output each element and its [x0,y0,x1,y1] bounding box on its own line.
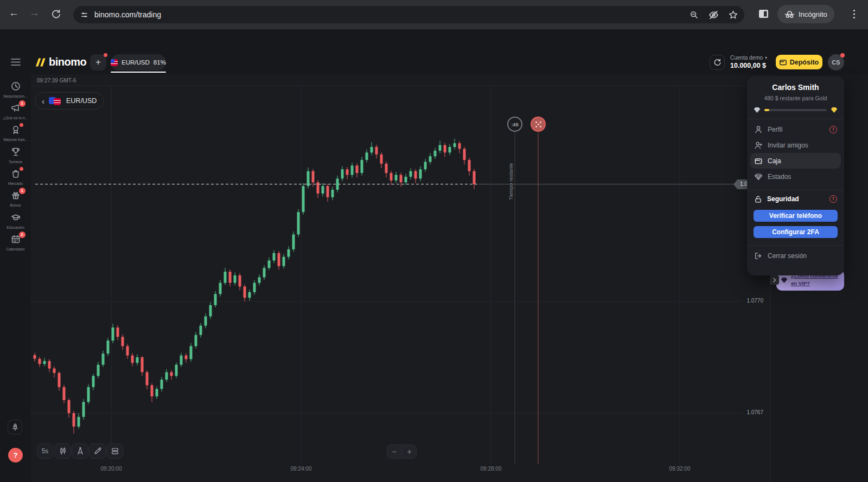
browser-toolbar: ← → binomo.com/trading Incógnito [0,0,868,29]
asset-payout: 81% [154,59,166,66]
menu-item-label: Estados [768,173,791,181]
back-button[interactable]: ← [9,7,19,19]
sidebar-item-mercado[interactable]: Mercado [0,169,31,185]
menu-item-perfil[interactable]: Perfil ! [747,121,844,137]
badge-dot [20,167,23,171]
asset-pair: EUR/USD [122,59,150,66]
badge: 1 [19,188,25,194]
progress-bar [764,109,827,111]
timeframe-value: 5s [42,447,49,455]
sidebar-item-label: Mercado [2,182,30,185]
eurusd-flag-icon [49,97,62,105]
vip-banner-line2: en VIP? [791,280,838,287]
forward-button[interactable]: → [29,7,40,19]
candlestick-chart [31,74,771,482]
menu-item-estados[interactable]: Estados [747,169,844,184]
time-remaining-label: Tiempo restante [508,135,515,200]
browser-menu-icon[interactable] [853,9,856,19]
person-plus-icon [754,141,763,150]
gold-progress-text: 480 $ restante para Gold [747,95,844,101]
logout-icon [754,252,763,260]
time-remaining-value: :49 [511,121,518,127]
split-view-icon[interactable] [758,9,769,19]
account-switch-button[interactable] [710,55,725,70]
logout-button[interactable]: Cerrar sesión [747,248,844,264]
sidebar-item-mejores-traders[interactable]: Mejores trad... [0,125,31,142]
main-menu-icon[interactable] [11,58,21,66]
account-type-label: Cuenta demo [730,55,763,61]
trophy-icon [11,147,21,157]
gem-icon [754,172,763,181]
x-axis-label: 09:24:00 [285,466,317,472]
sidebar-item-bonos[interactable]: 1 Bonos [0,190,31,207]
timeframe-button[interactable]: 5s [37,444,53,459]
sidebar-item-calendario[interactable]: 2 Calendario [0,234,31,251]
user-menu-panel: Carlos Smith 480 $ restante para Gold Pe… [747,76,844,275]
security-header: Seguridad ! [747,192,844,205]
silver-gem-icon [754,107,761,113]
sidebar-item-label: Educación [2,226,30,229]
add-asset-button[interactable]: + [90,54,106,70]
account-selector[interactable]: Cuenta demo▾ 10.000,00 $ [730,55,774,69]
deposit-button[interactable]: Depósito [776,55,822,69]
indicators-button[interactable] [72,444,88,459]
warning-icon: ! [829,195,837,203]
graduation-cap-icon [11,213,21,222]
security-label: Seguridad [767,195,825,203]
brand-logo[interactable]: binomo [35,56,86,68]
eye-hidden-icon[interactable] [709,10,719,20]
brand-name: binomo [49,56,86,68]
multichart-button[interactable] [106,444,123,459]
sidebar-item-negociacion[interactable]: Negociacion... [0,81,31,98]
vip-banner-collapse-arrow[interactable] [770,275,779,285]
sidebar-item-label: ¿Qué es lo n... [2,116,30,120]
medal-icon [11,125,21,134]
url-text: binomo.com/trading [94,10,684,19]
reload-button[interactable] [51,9,61,20]
strategies-rocket-button[interactable] [8,420,22,434]
drawing-tools-button[interactable] [89,444,106,459]
chart-type-button[interactable] [54,444,71,459]
compass-icon [76,447,85,455]
user-name: Carlos Smith [747,83,844,92]
chart-area: 09:27:39 GMT-6 ‹ EUR/USD :49 Tiempo rest… [31,74,771,482]
sidebar-item-educacion[interactable]: Educación [0,213,31,229]
server-clock: 09:27:39 GMT-6 [37,78,76,83]
url-bar[interactable]: binomo.com/trading [73,6,744,23]
zoom-out-button[interactable]: − [387,445,401,459]
account-balance: 10.000,00 $ [730,62,774,69]
time-remaining-circle: :49 [507,117,522,132]
menu-item-caja[interactable]: Caja [750,153,841,169]
site-settings-icon[interactable] [80,10,89,20]
zoom-in-button[interactable]: + [402,445,417,459]
avatar[interactable]: CS [828,54,844,70]
help-button[interactable]: ? [8,448,23,462]
candles-icon [59,447,67,455]
bookmark-star-icon[interactable] [729,10,738,20]
gold-gem-icon [831,107,838,113]
asset-tab[interactable]: EUR/USD 81% [111,54,166,70]
configure-2fa-button[interactable]: Configurar 2FA [754,226,838,238]
sidebar-item-label: Bonos [2,203,30,207]
sidebar-item-label: Negociacion... [2,94,30,98]
rocket-icon [11,423,20,432]
layout-icon [111,447,119,455]
sidebar-item-que-es-lo-nuevo[interactable]: 1 ¿Qué es lo n... [0,103,31,120]
menu-item-invitar-amigos[interactable]: Invitar amigos [747,137,844,153]
wallet-icon [754,157,763,165]
avatar-initials: CS [832,59,840,66]
badge: 1 [19,100,25,107]
chart-pair-selector[interactable]: ‹ EUR/USD [35,92,104,110]
x-axis-label: 09:20:00 [95,466,127,472]
verify-phone-button[interactable]: Verificar teléfono [754,210,838,222]
status-progress [754,107,838,113]
sidebar-item-torneos[interactable]: Torneos [0,147,31,164]
chevron-right-icon [772,278,777,282]
lock-open-icon [754,195,762,203]
deposit-label: Depósito [790,59,819,66]
avatar-notification-dot [840,53,845,57]
sidebar-item-label: Mejores trad... [2,138,30,142]
clock-icon [11,81,21,91]
zoom-page-icon[interactable] [690,10,699,20]
menu-item-label: Perfil [768,126,825,133]
